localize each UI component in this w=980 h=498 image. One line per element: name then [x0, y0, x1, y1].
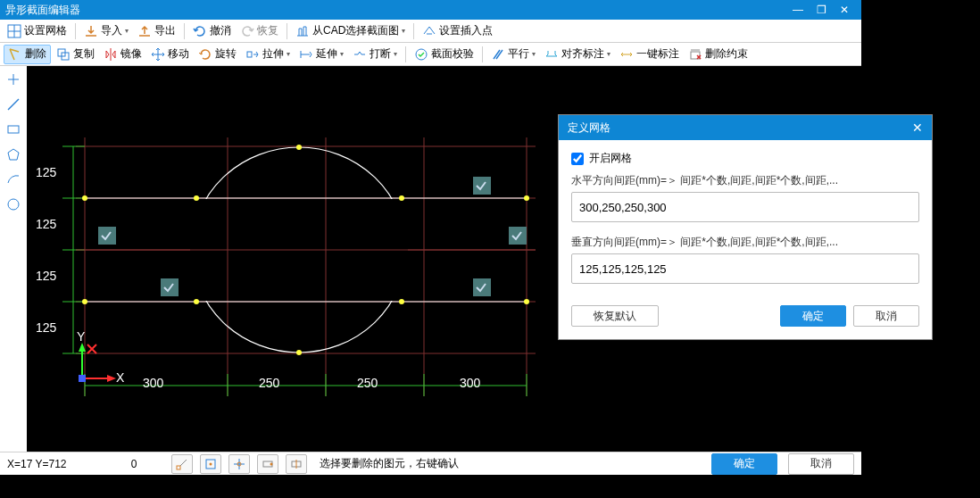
arc-tool[interactable]	[5, 171, 21, 187]
chevron-down-icon: ▾	[125, 27, 129, 35]
chevron-down-icon: ▾	[394, 50, 397, 58]
close-button[interactable]: ✕	[833, 4, 856, 16]
enable-grid-checkbox[interactable]: 开启网格	[571, 151, 919, 166]
svg-point-51	[399, 299, 404, 304]
set-grid-button[interactable]: 设置网格	[4, 21, 71, 41]
break-button[interactable]: 打断 ▾	[349, 45, 401, 64]
point-icon	[6, 72, 21, 87]
svg-line-10	[8, 99, 19, 110]
line-tool[interactable]	[5, 96, 21, 112]
enable-grid-input[interactable]	[571, 153, 584, 165]
define-grid-dialog: 定义网格 ✕ 开启网格 水平方向间距(mm)=＞ 间距*个数,间距,间距*个数,…	[558, 114, 933, 340]
mirror-icon	[104, 47, 118, 62]
dialog-ok-button[interactable]: 确定	[780, 305, 846, 327]
chevron-down-icon: ▾	[607, 50, 610, 58]
parallel-icon	[491, 47, 505, 62]
copy-icon	[56, 47, 71, 62]
align-dim-button[interactable]: 对齐标注 ▾	[541, 45, 614, 64]
parallel-button[interactable]: 平行 ▾	[487, 45, 539, 64]
snap-end-icon	[176, 458, 188, 470]
restore-default-button[interactable]: 恢复默认	[571, 305, 659, 327]
export-button[interactable]: 导出	[134, 21, 179, 41]
snap-cross-button[interactable]	[228, 454, 250, 474]
copy-button[interactable]: 复制	[53, 45, 98, 64]
status-cancel-button[interactable]: 取消	[788, 453, 854, 475]
check-icon	[414, 47, 428, 62]
mirror-button[interactable]: 镜像	[100, 45, 145, 64]
row-label-0: 125	[36, 165, 57, 179]
snap-mid-button[interactable]	[200, 454, 221, 474]
rotate-button[interactable]: 旋转	[195, 45, 240, 64]
svg-point-47	[524, 299, 529, 304]
circle-icon	[6, 197, 21, 212]
delete-button[interactable]: 删除	[4, 45, 51, 64]
delcon-icon	[688, 47, 702, 62]
cad-icon	[295, 24, 310, 38]
text-tool[interactable]: T	[5, 221, 21, 237]
move-icon	[151, 47, 165, 62]
snap-center-button[interactable]	[286, 454, 307, 474]
vert-spacing-label: 垂直方向间距(mm)=＞ 间距*个数,间距,间距*个数,间距,...	[571, 235, 919, 250]
svg-point-46	[82, 299, 87, 304]
extend-button[interactable]: 延伸 ▾	[295, 45, 347, 64]
svg-marker-12	[8, 149, 19, 160]
stretch-icon	[245, 47, 260, 62]
horiz-spacing-input[interactable]	[571, 192, 919, 222]
axis-indicator: Y X	[77, 329, 125, 385]
onekey-icon	[619, 47, 634, 62]
snap-cross-icon	[233, 458, 245, 470]
point-tool[interactable]	[5, 71, 21, 87]
svg-point-13	[8, 199, 19, 210]
rect-tool[interactable]	[5, 121, 21, 137]
svg-point-74	[270, 462, 273, 465]
from-cad-button[interactable]: 从CAD选择截面图 ▾	[292, 21, 409, 41]
svg-marker-62	[107, 375, 116, 382]
svg-rect-66	[177, 466, 180, 469]
circle-tool[interactable]	[5, 196, 21, 212]
move-button[interactable]: 移动	[147, 45, 193, 64]
svg-point-44	[82, 195, 87, 201]
export-icon	[137, 24, 152, 38]
svg-line-67	[180, 460, 187, 466]
dialog-cancel-button[interactable]: 取消	[853, 305, 919, 327]
horiz-spacing-label: 水平方向间距(mm)=＞ 间距*个数,间距,间距*个数,间距,...	[571, 173, 919, 188]
col-label-3: 300	[460, 376, 481, 390]
svg-text:T: T	[9, 222, 17, 237]
undo-icon	[193, 24, 207, 38]
snap-mid-icon	[204, 458, 217, 470]
poly-tool[interactable]	[5, 146, 21, 162]
import-icon	[84, 24, 98, 38]
import-button[interactable]: 导入 ▾	[80, 21, 132, 41]
section-check-button[interactable]: 截面校验	[411, 45, 478, 64]
snap-end-button[interactable]	[171, 454, 193, 474]
svg-point-53	[296, 350, 302, 355]
redo-icon	[240, 24, 254, 38]
arc-icon	[6, 172, 21, 187]
undo-button[interactable]: 撤消	[189, 21, 235, 41]
svg-point-49	[399, 195, 404, 201]
svg-point-45	[524, 195, 529, 201]
row-label-3: 125	[36, 320, 57, 335]
status-ok-button[interactable]: 确定	[711, 453, 777, 475]
one-key-dim-button[interactable]: 一键标注	[616, 45, 683, 64]
vert-spacing-input[interactable]	[571, 253, 919, 284]
snap-center-icon	[290, 458, 303, 470]
dialog-close-button[interactable]: ✕	[912, 120, 923, 135]
set-insert-button[interactable]: 设置插入点	[419, 21, 496, 41]
col-label-2: 250	[357, 376, 378, 390]
toolbar: 删除 复制 镜像 移动 旋转 拉伸 ▾ 延伸 ▾ 打断 ▾ 截面校验 平行 ▾	[0, 43, 861, 66]
minimize-button[interactable]: —	[786, 4, 810, 16]
snap-perp-button[interactable]	[257, 454, 278, 474]
redo-button[interactable]: 恢复	[237, 21, 282, 41]
dialog-titlebar[interactable]: 定义网格 ✕	[559, 115, 932, 140]
chevron-down-icon: ▾	[287, 50, 290, 58]
chevron-down-icon: ▾	[340, 50, 344, 58]
maximize-button[interactable]: ❐	[810, 4, 833, 16]
insert-icon	[422, 24, 436, 38]
rect-icon	[6, 122, 21, 137]
stretch-button[interactable]: 拉伸 ▾	[242, 45, 294, 64]
col-label-1: 250	[259, 376, 280, 390]
window-title: 异形截面编辑器	[5, 3, 80, 18]
del-constraint-button[interactable]: 删除约束	[685, 45, 752, 64]
statusbar: X=17 Y=712 0 选择要删除的图元，右键确认 确定 取消	[0, 452, 861, 475]
